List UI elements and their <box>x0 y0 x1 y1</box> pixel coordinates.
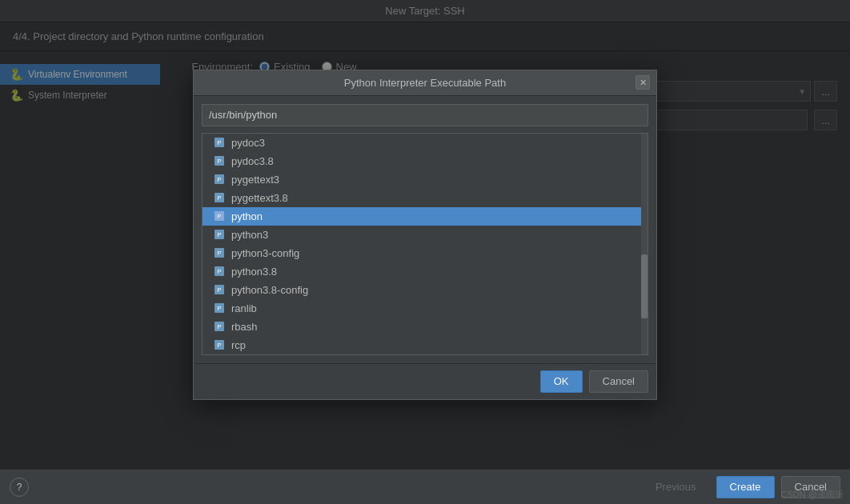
list-item-label: ranlib <box>231 302 257 314</box>
file-icon: P <box>214 339 225 350</box>
bottom-bar: ? Previous Create Cancel <box>0 469 850 504</box>
watermark: CSDN @流雨沂 <box>781 489 844 501</box>
svg-text:P: P <box>217 139 221 146</box>
list-item-ranlib[interactable]: Pranlib <box>202 299 648 318</box>
previous-button[interactable]: Previous <box>642 476 710 498</box>
file-icon: P <box>214 137 225 148</box>
create-button[interactable]: Create <box>716 476 775 498</box>
svg-text:P: P <box>217 323 221 330</box>
file-icon: P <box>214 302 225 314</box>
svg-text:P: P <box>217 305 221 312</box>
file-icon: P <box>214 247 225 258</box>
list-item-python3-config[interactable]: Ppython3-config <box>202 244 648 262</box>
list-item-label: python3 <box>231 229 268 241</box>
modal-body: Ppydoc3Ppydoc3.8Ppygettext3Ppygettext3.8… <box>194 96 656 363</box>
modal-footer: OK Cancel <box>194 363 656 399</box>
scrollbar-thumb <box>641 254 648 318</box>
modal-close-button[interactable]: ✕ <box>635 75 650 90</box>
file-icon: P <box>214 210 225 222</box>
modal-list-inner[interactable]: Ppydoc3Ppydoc3.8Ppygettext3Ppygettext3.8… <box>202 134 648 354</box>
list-item-label: python <box>231 210 263 222</box>
svg-text:P: P <box>217 231 221 238</box>
help-icon: ? <box>17 482 22 493</box>
modal-dialog: Python Interpreter Executable Path ✕ Ppy… <box>193 70 657 400</box>
modal-ok-button[interactable]: OK <box>540 370 583 393</box>
svg-text:P: P <box>217 158 221 165</box>
list-item-label: python3.8-config <box>231 284 308 296</box>
svg-text:P: P <box>217 213 221 220</box>
list-item-rbash[interactable]: Prbash <box>202 318 648 336</box>
list-item-label: python3.8 <box>231 266 277 278</box>
list-item-pygettext3-8[interactable]: Ppygettext3.8 <box>202 189 648 207</box>
modal-title-bar: Python Interpreter Executable Path ✕ <box>194 70 656 96</box>
list-item-pygettext3[interactable]: Ppygettext3 <box>202 170 648 189</box>
modal-title: Python Interpreter Executable Path <box>344 77 506 89</box>
list-item-rcp[interactable]: Prcp <box>202 336 648 354</box>
help-button[interactable]: ? <box>10 478 29 497</box>
list-item-label: pygettext3.8 <box>231 192 288 204</box>
file-icon: P <box>214 321 225 332</box>
modal-overlay: Python Interpreter Executable Path ✕ Ppy… <box>0 0 850 469</box>
file-icon: P <box>214 192 225 203</box>
list-item-pydoc3-8[interactable]: Ppydoc3.8 <box>202 152 648 170</box>
file-icon: P <box>214 174 225 185</box>
modal-file-list[interactable]: Ppydoc3Ppydoc3.8Ppygettext3Ppygettext3.8… <box>202 133 648 355</box>
list-item-python[interactable]: Ppython <box>202 207 648 226</box>
file-icon: P <box>214 229 225 240</box>
svg-text:P: P <box>217 176 221 183</box>
file-icon: P <box>214 284 225 295</box>
list-item-python3[interactable]: Ppython3 <box>202 226 648 244</box>
file-icon: P <box>214 266 225 277</box>
list-item-label: python3-config <box>231 247 299 259</box>
scrollbar-track <box>641 134 648 354</box>
list-item-label: pygettext3 <box>231 174 279 186</box>
svg-text:P: P <box>217 250 221 257</box>
list-item-python3-8-config[interactable]: Ppython3.8-config <box>202 281 648 299</box>
list-item-label: pydoc3.8 <box>231 155 274 167</box>
modal-path-input[interactable] <box>202 104 648 126</box>
list-item-pydoc3[interactable]: Ppydoc3 <box>202 134 648 152</box>
file-icon: P <box>214 155 225 166</box>
svg-text:P: P <box>217 194 221 202</box>
modal-cancel-button[interactable]: Cancel <box>589 370 648 393</box>
list-item-label: rcp <box>231 339 246 351</box>
svg-text:P: P <box>217 268 221 275</box>
list-item-python3-8[interactable]: Ppython3.8 <box>202 262 648 281</box>
svg-text:P: P <box>217 286 221 294</box>
list-item-label: pydoc3 <box>231 137 265 149</box>
svg-text:P: P <box>217 342 221 349</box>
list-item-label: rbash <box>231 321 258 333</box>
